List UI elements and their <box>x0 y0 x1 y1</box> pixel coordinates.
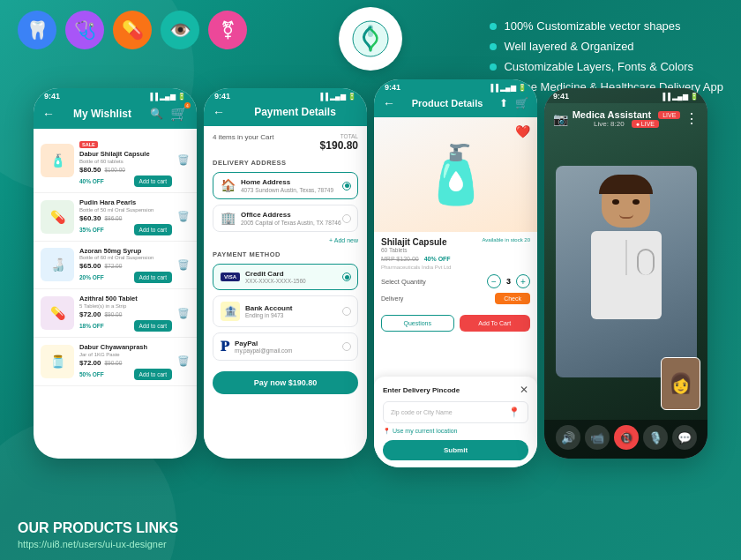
back-arrow-icon[interactable]: ← <box>42 107 55 121</box>
home-addr-radio[interactable] <box>342 182 351 190</box>
item-info-3: Azoran 50mg Syrup Bottle of 60 ml Oral S… <box>79 247 172 284</box>
chat-btn[interactable]: 💬 <box>672 425 697 450</box>
item-price-2: $60.30 <box>79 214 101 222</box>
bank-detail: Ending in 9473 <box>245 312 293 318</box>
product-title: Product Details <box>412 98 483 108</box>
item-prices-5: $72.00 $90.00 <box>79 359 172 367</box>
item-img-5: 🫙 <box>41 345 74 378</box>
app-logo <box>339 7 402 71</box>
check-delivery-btn[interactable]: Check <box>495 293 530 304</box>
cart-items-count: 4 items in your Cart <box>213 133 273 152</box>
add-to-cart-btn[interactable]: Add To Cart <box>460 315 531 332</box>
item-sub-2: Bottle of 50 ml Oral Suspension <box>79 207 172 213</box>
eye-icon[interactable]: 👁️ <box>161 11 199 49</box>
add-cart-btn-3[interactable]: Add to cart <box>134 272 172 283</box>
cart-icon-wrapper[interactable]: 🛒 4 <box>170 105 188 122</box>
credit-card-name: Credit Card <box>245 270 306 278</box>
address-home[interactable]: 🏠 Home Address 4073 Sundown Austin, Texa… <box>213 172 358 199</box>
payment-bank[interactable]: 🏦 Bank Account Ending in 9473 <box>213 295 358 327</box>
add-cart-btn-5[interactable]: Add to cart <box>134 369 172 380</box>
gender-icon[interactable]: ⚧ <box>208 11 247 49</box>
use-location-link[interactable]: 📍 Use my current location <box>383 428 528 435</box>
paypal-detail: my.paypal@gmail.com <box>235 347 292 354</box>
credit-card-radio[interactable] <box>342 273 351 281</box>
phone-wishlist: 9:41 ▐▐ ▂▄▆ 🔋 ← My Wishlist 🔍 🛒 4 <box>34 88 197 459</box>
price-off-badge: 40% OFF <box>424 256 451 262</box>
product-name: Shilajit Capsule <box>381 237 446 247</box>
payment-credit-card[interactable]: VISA Credit Card XXX-XXXX-XXXX-1560 <box>213 264 358 290</box>
more-options-icon[interactable]: ⋮ <box>685 110 699 127</box>
stethoscope-icon[interactable]: 🩺 <box>65 11 104 49</box>
bank-radio[interactable] <box>342 307 351 316</box>
top-icon-bar: 🦷 🩺 💊 👁️ ⚧ <box>18 11 247 49</box>
cart-info: 4 items in your Cart TOTAL $190.80 <box>213 133 358 152</box>
item-info-1: SALE Dabur Shilajit Capsule Bottle of 60… <box>79 134 172 187</box>
video-camera-icon: 📷 <box>553 112 568 126</box>
pill-icon[interactable]: 💊 <box>113 11 152 49</box>
search-icon[interactable]: 🔍 <box>150 108 163 120</box>
mic-btn[interactable]: 🎙️ <box>643 425 668 450</box>
paypal-radio[interactable] <box>342 342 351 351</box>
add-cart-btn-2[interactable]: Add to cart <box>134 224 172 235</box>
svg-rect-1 <box>368 25 373 37</box>
share-icon[interactable]: ⬆ <box>499 97 508 109</box>
payment-paypal[interactable]: 𝐏 PayPal my.paypal@gmail.com <box>213 332 358 361</box>
pay-now-button[interactable]: Pay now $190.80 <box>213 371 358 394</box>
add-new-address[interactable]: + Add new <box>213 237 358 243</box>
p3-back-icon[interactable]: ← <box>383 96 395 110</box>
paypal-icon: 𝐏 <box>221 339 229 355</box>
item-prices-3: $65.00 $72.00 <box>79 262 172 270</box>
home-icon: 🏠 <box>221 178 236 192</box>
phone-video: 9:41 ▐▐ ▂▄▆ 🔋 📷 Medica Assistant LIVE Li… <box>544 88 707 459</box>
item-prices-1: $80.50 $100.00 <box>79 166 172 174</box>
live-badge: LIVE <box>658 111 680 119</box>
item-mrp-4: $90.00 <box>104 311 122 317</box>
qty-decrease-btn[interactable]: − <box>487 274 501 288</box>
tooth-icon[interactable]: 🦷 <box>18 11 56 49</box>
product-header: ← Product Details ⬆ 🛒 <box>374 92 537 117</box>
delete-item-4[interactable]: 🗑️ <box>177 308 190 319</box>
add-cart-btn-4[interactable]: Add to cart <box>134 320 172 332</box>
delete-item-1[interactable]: 🗑️ <box>177 154 190 166</box>
submit-pincode-btn[interactable]: Submit <box>383 440 528 460</box>
volume-btn[interactable]: 🔊 <box>556 425 580 450</box>
wishlist-heart-icon[interactable]: ❤️ <box>515 124 530 138</box>
item-price-5: $72.00 <box>79 359 101 367</box>
office-addr-radio[interactable] <box>342 214 351 223</box>
item-info-2: Pudin Hara Pearls Bottle of 50 ml Oral S… <box>79 198 172 235</box>
add-cart-btn-1[interactable]: Add to cart <box>134 175 172 187</box>
mrp-label: MRP $120.00 <box>381 256 419 262</box>
modal-close-icon[interactable]: ✕ <box>520 384 528 396</box>
products-link[interactable]: https://ui8.net/users/ui-ux-designer <box>18 539 178 549</box>
wishlist-item-1: 🧴 SALE Dabur Shilajit Capsule Bottle of … <box>34 129 197 193</box>
total-amount: $190.80 <box>320 139 358 152</box>
phone-payment: 9:41 ▐▐ ▂▄▆ 🔋 ← Payment Details 4 items … <box>204 88 367 459</box>
self-video-thumbnail: 👩 <box>661 357 700 410</box>
p3-cart-icon[interactable]: 🛒 <box>515 97 528 109</box>
live-time: Live: 8:20 <box>594 120 625 128</box>
payment-title: Payment Details <box>232 106 358 118</box>
delete-item-5[interactable]: 🗑️ <box>177 355 190 367</box>
qty-increase-btn[interactable]: + <box>516 274 530 288</box>
video-toggle-btn[interactable]: 📹 <box>585 425 610 450</box>
delivery-section-label: DELIVERY ADDRESS <box>213 159 358 167</box>
bank-info: Bank Account Ending in 9473 <box>245 304 293 318</box>
wishlist-item-5: 🫙 Dabur Chyawanprash Jar of 1KG Paste $7… <box>34 338 197 386</box>
address-office[interactable]: 🏢 Office Address 2005 Capital of Texas A… <box>213 205 358 232</box>
item-off-4: 18% OFF <box>79 323 104 329</box>
delete-item-2[interactable]: 🗑️ <box>177 211 190 222</box>
item-name-2: Pudin Hara Pearls <box>79 198 172 207</box>
bullet-1 <box>490 23 497 30</box>
questions-btn[interactable]: Questions <box>381 315 454 332</box>
stethoscope <box>637 249 655 275</box>
item-prices-2: $60.30 $86.00 <box>79 214 172 222</box>
p3-time: 9:41 <box>385 83 400 92</box>
wishlist-header: ← My Wishlist 🔍 🛒 4 <box>34 101 197 129</box>
delete-item-3[interactable]: 🗑️ <box>177 259 190 271</box>
end-call-btn[interactable]: 📵 <box>614 425 639 450</box>
paypal-info: PayPal my.paypal@gmail.com <box>235 340 292 354</box>
p2-back-icon[interactable]: ← <box>213 105 225 119</box>
location-pin-icon: 📍 <box>508 407 520 418</box>
pincode-input-field[interactable]: Zip code or City Name 📍 <box>383 401 528 423</box>
home-addr-detail: 4073 Sundown Austin, Texas, 78749 <box>241 187 333 193</box>
